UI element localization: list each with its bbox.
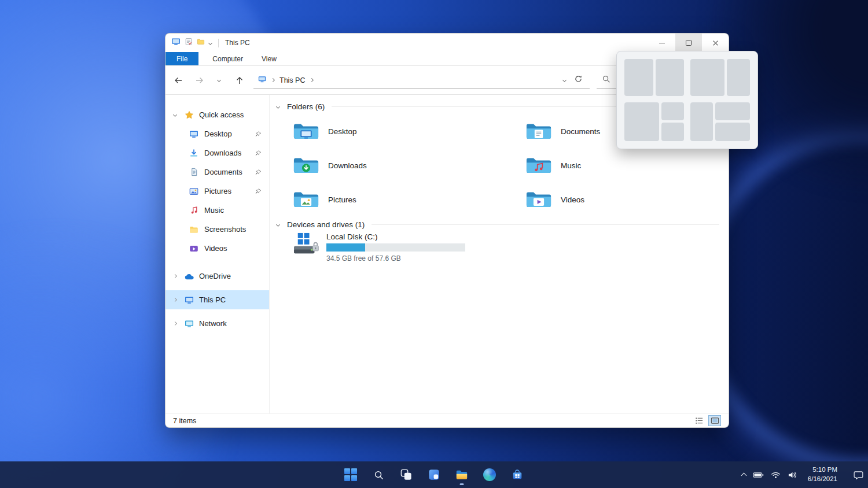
drive-tile-local-disk-c[interactable]: Local Disk (C:) 34.5 GB free of 57.6 GB — [293, 232, 465, 263]
search-button[interactable] — [367, 463, 390, 486]
desktop: This PC File Computer View — [0, 0, 868, 488]
chevron-right-icon[interactable] — [171, 275, 179, 278]
sidebar-item-onedrive[interactable]: OneDrive — [165, 267, 269, 286]
devices-group-header[interactable]: Devices and drives (1) — [277, 218, 719, 231]
close-icon — [712, 40, 719, 46]
drive-label: Local Disk (C:) — [326, 232, 465, 241]
snap-zone[interactable] — [715, 123, 750, 141]
sidebar-item-desktop[interactable]: Desktop — [165, 124, 269, 143]
forward-button[interactable] — [192, 73, 207, 88]
snap-layout-two-columns[interactable] — [624, 59, 684, 96]
downloads-icon — [189, 149, 199, 158]
store-button[interactable] — [506, 463, 529, 486]
address-bar[interactable]: This PC — [253, 72, 590, 89]
snap-zone[interactable] — [727, 59, 750, 96]
address-history-chevron-icon[interactable] — [562, 78, 567, 82]
quick-access-star-icon — [184, 110, 194, 120]
minimize-button[interactable] — [649, 34, 675, 52]
close-button[interactable] — [702, 34, 729, 52]
local-disk-icon — [293, 232, 319, 256]
pin-icon — [255, 131, 262, 138]
file-explorer-button[interactable] — [450, 463, 473, 486]
snap-zone[interactable] — [656, 59, 685, 96]
volume-icon[interactable] — [788, 471, 797, 479]
breadcrumb-chevron-icon[interactable] — [271, 78, 275, 82]
breadcrumb-chevron-icon[interactable] — [310, 78, 314, 82]
sidebar-item-pictures[interactable]: Pictures — [165, 182, 269, 201]
sidebar-item-this-pc[interactable]: This PC — [165, 290, 269, 309]
group-header-label: Devices and drives (1) — [287, 220, 365, 229]
wifi-icon[interactable] — [771, 471, 781, 479]
chevron-down-icon[interactable] — [171, 113, 179, 116]
edge-button[interactable] — [478, 463, 501, 486]
sidebar-quick-access[interactable]: Quick access — [165, 105, 269, 124]
snap-zone[interactable] — [690, 59, 724, 96]
sidebar-label: Videos — [204, 244, 227, 253]
snap-zone[interactable] — [690, 102, 713, 142]
qat-new-folder-icon[interactable] — [197, 38, 205, 48]
back-button[interactable] — [171, 73, 186, 88]
task-view-button[interactable] — [395, 463, 418, 486]
hidden-icons-chevron[interactable] — [742, 472, 746, 478]
tab-view[interactable]: View — [252, 52, 286, 65]
folder-tile-pictures[interactable]: Pictures — [293, 186, 525, 213]
sidebar-item-documents[interactable]: Documents — [165, 162, 269, 182]
sidebar-item-screenshots[interactable]: Screenshots — [165, 220, 269, 239]
qat-customize-chevron-icon[interactable] — [208, 40, 212, 45]
tab-file[interactable]: File — [165, 52, 198, 65]
up-button[interactable] — [232, 73, 247, 88]
folder-tile-videos[interactable]: Videos — [525, 186, 729, 213]
snap-zone[interactable] — [624, 102, 659, 142]
notification-icon — [854, 470, 863, 480]
sidebar-item-network[interactable]: Network — [165, 314, 269, 333]
refresh-icon[interactable] — [574, 75, 583, 86]
downloads-folder-icon — [293, 155, 319, 176]
tab-computer[interactable]: Computer — [203, 52, 252, 65]
chevron-right-icon[interactable] — [171, 298, 179, 301]
chevron-right-icon[interactable] — [171, 322, 179, 325]
sidebar-label: Downloads — [204, 149, 241, 157]
notification-center-button[interactable] — [854, 470, 863, 480]
sidebar-item-music[interactable]: Music — [165, 201, 269, 220]
snap-zone[interactable] — [661, 123, 684, 141]
maximize-button[interactable] — [675, 34, 702, 52]
clock-time: 5:10 PM — [808, 465, 837, 475]
store-icon — [512, 469, 523, 480]
minimize-icon — [659, 43, 665, 43]
snap-layouts-flyout — [616, 51, 758, 149]
taskbar-clock[interactable]: 5:10 PM 6/16/2021 — [808, 465, 837, 483]
sidebar-item-videos[interactable]: Videos — [165, 239, 269, 258]
status-bar: 7 items — [165, 413, 729, 427]
desktop-icon — [189, 130, 199, 139]
battery-icon[interactable] — [753, 472, 764, 478]
search-icon — [602, 75, 610, 86]
folder-tile-music[interactable]: Music — [525, 151, 729, 179]
snap-zone[interactable] — [715, 102, 750, 121]
folder-tile-desktop[interactable]: Desktop — [293, 117, 525, 145]
folder-tile-downloads[interactable]: Downloads — [293, 151, 525, 179]
folder-label: Downloads — [328, 161, 367, 170]
snap-zone[interactable] — [661, 102, 684, 121]
sidebar-label: OneDrive — [199, 272, 231, 280]
documents-folder-icon — [525, 121, 552, 142]
recent-locations-chevron-icon[interactable] — [211, 73, 226, 88]
pin-icon — [255, 169, 262, 176]
thumbnail-view-button[interactable] — [708, 415, 721, 426]
collapse-chevron-icon[interactable] — [276, 222, 280, 226]
clock-date: 6/16/2021 — [808, 475, 837, 484]
snap-layout-two-columns-wide-left[interactable] — [690, 59, 750, 96]
start-button[interactable] — [339, 463, 362, 486]
snap-layout-left-large[interactable] — [624, 102, 684, 142]
collapse-chevron-icon[interactable] — [276, 104, 280, 108]
music-folder-icon — [525, 155, 552, 176]
snap-layout-right-large[interactable] — [690, 102, 750, 142]
drive-usage-fill — [326, 243, 365, 252]
widgets-button[interactable] — [422, 463, 446, 486]
breadcrumb-this-pc[interactable]: This PC — [279, 76, 305, 84]
qat-properties-icon[interactable] — [185, 38, 193, 48]
snap-zone[interactable] — [624, 59, 653, 96]
details-view-button[interactable] — [693, 415, 705, 426]
task-view-icon — [400, 469, 412, 480]
sidebar-label: Quick access — [199, 110, 244, 119]
sidebar-item-downloads[interactable]: Downloads — [165, 143, 269, 162]
